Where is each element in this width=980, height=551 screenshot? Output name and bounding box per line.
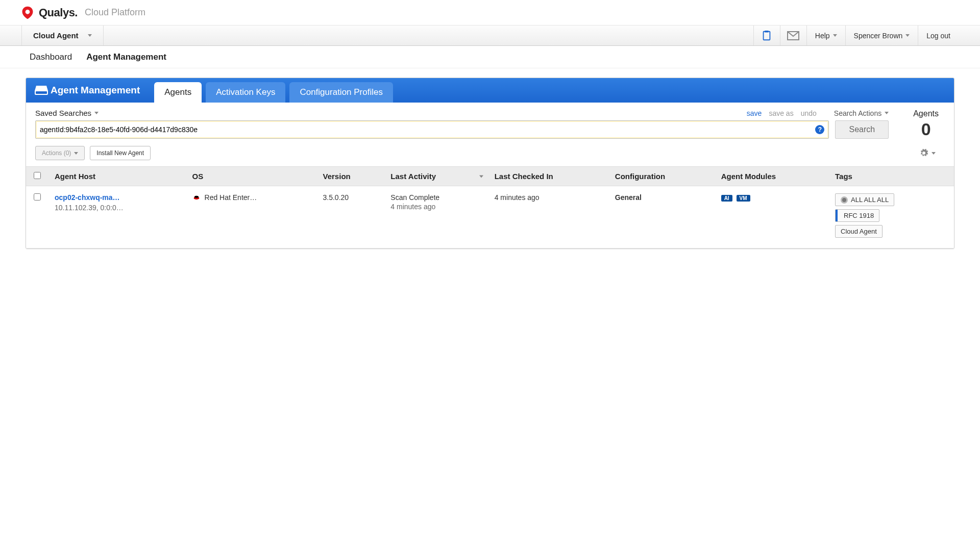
col-agent-modules[interactable]: Agent Modules [715, 167, 829, 186]
search-input[interactable] [40, 126, 815, 134]
redhat-icon [192, 193, 201, 202]
qualys-logo-icon [20, 6, 35, 20]
secondary-nav: Dashboard Agent Management [0, 46, 980, 68]
gear-icon [919, 148, 928, 158]
chevron-down-icon [833, 34, 837, 37]
tag-bar-icon [836, 210, 838, 221]
col-configuration[interactable]: Configuration [609, 167, 715, 186]
search-button[interactable]: Search [835, 120, 889, 139]
logout-label: Log out [926, 32, 950, 40]
svg-rect-0 [764, 31, 770, 40]
product-switcher-label: Cloud Agent [33, 31, 79, 40]
install-new-agent-button[interactable]: Install New Agent [90, 146, 151, 160]
last-activity-time: 4 minutes ago [390, 203, 482, 211]
user-menu[interactable]: Spencer Brown [845, 26, 918, 45]
search-actions-dropdown[interactable]: Search Actions [834, 109, 889, 117]
tab-activation-keys[interactable]: Activation Keys [206, 82, 285, 103]
last-checked-in-value: 4 minutes ago [488, 186, 609, 248]
col-last-checked-in[interactable]: Last Checked In [488, 167, 609, 186]
os-value: Red Hat Enter… [205, 193, 257, 202]
agents-count-value: 0 [913, 119, 939, 139]
col-version[interactable]: Version [317, 167, 385, 186]
select-all-checkbox[interactable] [34, 172, 41, 179]
help-label: Help [815, 32, 830, 40]
mail-icon-button[interactable] [780, 26, 806, 45]
logout-button[interactable]: Log out [918, 26, 959, 45]
table-settings-button[interactable] [919, 148, 945, 158]
svg-rect-3 [36, 91, 47, 94]
panel-tabs: Agents Activation Keys Configuration Pro… [154, 78, 393, 103]
svg-rect-1 [765, 30, 769, 32]
col-tags[interactable]: Tags [829, 167, 954, 186]
tab-configuration-profiles[interactable]: Configuration Profiles [289, 82, 393, 103]
table-row[interactable]: ocp02-chxwq-ma… 10.11.102.39, 0:0:0… Red… [26, 186, 954, 248]
tab-agents[interactable]: Agents [154, 82, 202, 103]
col-os[interactable]: OS [186, 167, 317, 186]
mail-icon [787, 31, 799, 40]
chevron-down-icon [88, 34, 92, 37]
chevron-down-icon [932, 152, 936, 155]
product-bar: Cloud Agent Help Spencer Brown Log out [0, 26, 980, 46]
col-last-activity[interactable]: Last Activity [384, 167, 488, 186]
tag-dot-icon [841, 196, 848, 204]
panel-title: Agent Management [51, 78, 150, 103]
user-name: Spencer Brown [854, 32, 903, 40]
chevron-down-icon [74, 152, 78, 155]
chevron-down-icon [94, 112, 99, 114]
undo-search-link: undo [801, 109, 817, 117]
bulk-actions-label: Actions (0) [42, 149, 71, 157]
nav-dashboard[interactable]: Dashboard [30, 52, 72, 62]
save-as-search-link: save as [769, 109, 793, 117]
product-switcher[interactable]: Cloud Agent [21, 26, 104, 45]
dashboard-icon-button[interactable] [753, 26, 780, 45]
modules-cell: AI VM [715, 186, 829, 248]
col-agent-host[interactable]: Agent Host [48, 167, 186, 186]
brand-logo: Qualys. Cloud Platform [20, 6, 145, 20]
agents-table: Agent Host OS Version Last Activity Last… [26, 166, 954, 248]
module-badge: AI [721, 195, 732, 202]
tags-cell: ALL ALL ALL RFC 1918 Cloud Agent [829, 186, 954, 248]
tag-pill[interactable]: RFC 1918 [835, 209, 879, 222]
search-input-wrap: ? [35, 120, 829, 139]
search-help-icon[interactable]: ? [815, 125, 824, 134]
search-actions-label: Search Actions [834, 109, 881, 117]
brand-subtitle: Cloud Platform [85, 7, 145, 18]
sort-desc-icon [479, 175, 483, 178]
brand-name: Qualys. [39, 6, 78, 19]
drive-icon [32, 78, 51, 103]
tag-pill[interactable]: Cloud Agent [835, 225, 883, 238]
agents-count-label: Agents [913, 109, 939, 118]
row-checkbox[interactable] [34, 193, 41, 201]
nav-agent-management[interactable]: Agent Management [86, 52, 166, 62]
last-activity-value: Scan Complete [390, 193, 482, 202]
chevron-down-icon [885, 112, 889, 114]
save-search-link[interactable]: save [747, 109, 762, 117]
agent-host-link[interactable]: ocp02-chxwq-ma… [55, 193, 180, 202]
tag-pill[interactable]: ALL ALL ALL [835, 193, 894, 206]
saved-searches-label: Saved Searches [35, 109, 91, 117]
bulk-actions-dropdown[interactable]: Actions (0) [35, 146, 85, 160]
agents-count: Agents 0 [913, 103, 954, 146]
clipboard-icon [761, 30, 772, 41]
panel-header: Agent Management Agents Activation Keys … [26, 78, 954, 103]
main-panel: Agent Management Agents Activation Keys … [26, 78, 954, 249]
module-badge: VM [737, 195, 750, 202]
chevron-down-icon [905, 34, 910, 37]
svg-point-4 [194, 196, 199, 198]
version-value: 3.5.0.20 [317, 186, 385, 248]
brand-bar: Qualys. Cloud Platform [0, 0, 980, 26]
agent-host-ips: 10.11.102.39, 0:0:0… [55, 204, 180, 212]
configuration-value: General [615, 193, 642, 202]
saved-searches-dropdown[interactable]: Saved Searches [35, 109, 99, 117]
help-menu[interactable]: Help [806, 26, 845, 45]
